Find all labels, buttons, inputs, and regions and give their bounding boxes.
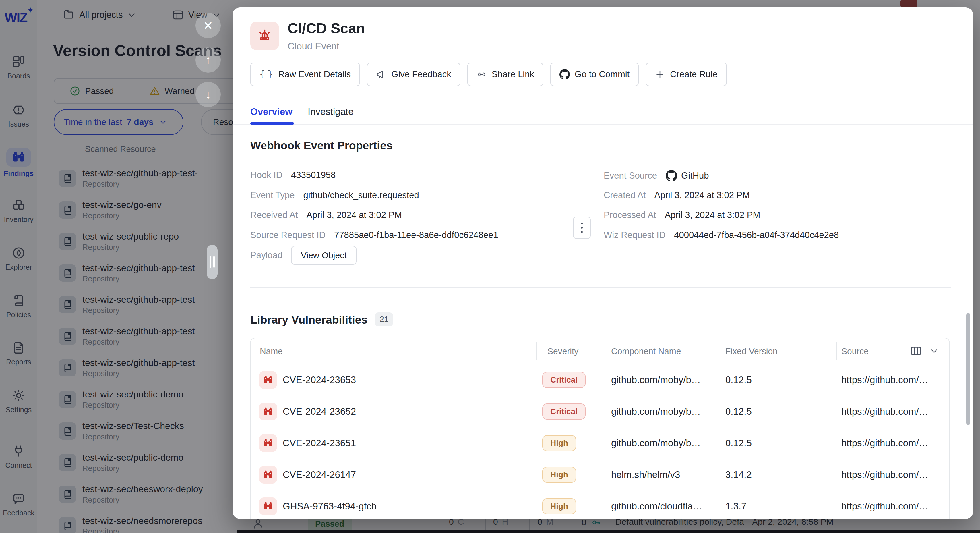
column-resizer[interactable] bbox=[718, 342, 719, 360]
component-name-cell: github.com/moby/b… bbox=[611, 375, 701, 385]
vulnerability-icon bbox=[259, 497, 277, 515]
fixed-version-cell: 0.12.5 bbox=[725, 406, 752, 417]
github-icon bbox=[560, 69, 570, 80]
property-event-type: Event Typegithub/check_suite.requested bbox=[250, 190, 419, 201]
tab-overview[interactable]: Overview bbox=[250, 106, 293, 117]
column-header-fixed-version[interactable]: Fixed Version bbox=[725, 346, 778, 356]
vulnerability-icon bbox=[259, 466, 277, 484]
cicd-scan-icon bbox=[250, 22, 279, 50]
close-button[interactable]: ✕ bbox=[196, 13, 221, 38]
vertical-scrollbar[interactable] bbox=[966, 313, 970, 425]
arrow-down-icon: ↓ bbox=[205, 88, 211, 101]
property-wiz-request-id: Wiz Request ID400044ed-7fba-456b-a04f-37… bbox=[604, 230, 839, 240]
vulnerability-name: CVE-2024-26147 bbox=[283, 469, 356, 480]
close-icon: ✕ bbox=[203, 19, 213, 33]
property-event-source: Event Source GitHub bbox=[604, 170, 709, 182]
vulnerability-name: CVE-2024-23652 bbox=[283, 406, 356, 417]
vulnerability-name: CVE-2024-23651 bbox=[283, 438, 356, 448]
create-rule-button[interactable]: Create Rule bbox=[646, 62, 727, 86]
vulnerability-icon bbox=[259, 403, 277, 420]
next-event-button[interactable]: ↓ bbox=[196, 82, 221, 107]
table-row[interactable]: GHSA-9763-4f94-gfch High github.com/clou… bbox=[251, 490, 949, 519]
vulnerability-icon bbox=[259, 434, 277, 452]
column-resizer[interactable] bbox=[536, 342, 537, 360]
column-header-source[interactable]: Source bbox=[842, 346, 869, 356]
table-row[interactable]: CVE-2024-23652 Critical github.com/moby/… bbox=[251, 396, 949, 427]
modal-title: CI/CD Scan bbox=[288, 20, 365, 37]
severity-badge: High bbox=[542, 435, 576, 451]
cicd-scan-panel: CI/CD Scan Cloud Event { } Raw Event Det… bbox=[232, 8, 973, 519]
vulnerability-name: CVE-2024-23653 bbox=[283, 375, 356, 385]
column-header-severity[interactable]: Severity bbox=[547, 346, 578, 356]
tab-investigate[interactable]: Investigate bbox=[308, 106, 354, 117]
give-feedback-button[interactable]: Give Feedback bbox=[367, 62, 460, 86]
go-to-commit-button[interactable]: Go to Commit bbox=[550, 62, 639, 86]
active-tab-indicator bbox=[250, 122, 294, 124]
component-name-cell: github.com/moby/b… bbox=[611, 438, 701, 448]
component-name-cell: github.com/moby/b… bbox=[611, 406, 701, 417]
previous-event-button[interactable]: ↑ bbox=[196, 47, 221, 73]
vulnerabilities-table-body: CVE-2024-23653 Critical github.com/moby/… bbox=[251, 364, 949, 519]
column-resizer[interactable] bbox=[836, 342, 837, 360]
raw-event-details-button[interactable]: { } Raw Event Details bbox=[250, 62, 360, 86]
count-badge: 21 bbox=[375, 313, 393, 326]
severity-badge: High bbox=[542, 498, 576, 514]
property-received-at: Received AtApril 3, 2024 at 3:02 PM bbox=[250, 210, 402, 220]
column-header-name[interactable]: Name bbox=[260, 346, 283, 356]
panel-resize-handle[interactable] bbox=[207, 245, 218, 279]
columns-icon[interactable] bbox=[910, 345, 922, 357]
severity-badge: High bbox=[542, 467, 576, 483]
view-object-button[interactable]: View Object bbox=[291, 246, 356, 265]
share-link-button[interactable]: Share Link bbox=[467, 62, 543, 86]
modal-subtitle: Cloud Event bbox=[288, 41, 339, 52]
braces-icon: { } bbox=[259, 70, 273, 79]
vulnerabilities-table-header: Name Severity Component Name Fixed Versi… bbox=[251, 338, 949, 364]
source-link[interactable]: https://github.com/… bbox=[842, 501, 928, 512]
fixed-version-cell: 0.12.5 bbox=[725, 375, 752, 385]
webhook-section-title: Webhook Event Properties bbox=[250, 139, 393, 152]
vulnerability-name: GHSA-9763-4f94-gfch bbox=[283, 501, 377, 512]
column-resizer[interactable] bbox=[605, 342, 605, 360]
fixed-version-cell: 0.12.5 bbox=[725, 438, 752, 448]
github-icon bbox=[666, 170, 677, 182]
vulnerabilities-table: Name Severity Component Name Fixed Versi… bbox=[250, 338, 950, 519]
fixed-version-cell: 3.14.2 bbox=[725, 469, 752, 480]
table-row[interactable]: CVE-2024-26147 High helm.sh/helm/v3 3.14… bbox=[251, 459, 949, 490]
severity-badge: Critical bbox=[542, 404, 585, 420]
table-row[interactable]: CVE-2024-23651 High github.com/moby/b… 0… bbox=[251, 427, 949, 459]
component-name-cell: helm.sh/helm/v3 bbox=[611, 469, 680, 480]
source-link[interactable]: https://github.com/… bbox=[842, 469, 928, 480]
divider bbox=[250, 287, 951, 288]
severity-badge: Critical bbox=[542, 372, 585, 388]
divider bbox=[232, 124, 973, 124]
property-processed-at: Processed AtApril 3, 2024 at 3:02 PM bbox=[604, 210, 760, 220]
fixed-version-cell: 1.3.7 bbox=[725, 501, 746, 512]
more-options-button[interactable] bbox=[573, 217, 591, 239]
vulnerabilities-section-title: Library Vulnerabilities21 bbox=[250, 313, 393, 326]
source-link[interactable]: https://github.com/… bbox=[842, 438, 928, 448]
modal-actions: { } Raw Event Details Give Feedback Shar… bbox=[250, 62, 727, 86]
megaphone-icon bbox=[376, 69, 387, 80]
property-hook-id: Hook ID433501958 bbox=[250, 170, 336, 180]
link-icon bbox=[477, 69, 487, 80]
vulnerability-icon bbox=[259, 371, 277, 389]
source-link[interactable]: https://github.com/… bbox=[842, 375, 928, 385]
property-source-request-id: Source Request ID77885ae0-f1ba-11ee-8a6e… bbox=[250, 230, 498, 240]
source-link[interactable]: https://github.com/… bbox=[842, 406, 928, 417]
table-row[interactable]: CVE-2024-23653 Critical github.com/moby/… bbox=[251, 364, 949, 396]
component-name-cell: github.com/cloudfla… bbox=[611, 501, 702, 512]
chevron-down-icon[interactable] bbox=[929, 346, 939, 356]
property-created-at: Created AtApril 3, 2024 at 3:02 PM bbox=[604, 190, 750, 201]
column-header-component[interactable]: Component Name bbox=[611, 346, 681, 356]
property-payload: Payload View Object bbox=[250, 246, 356, 265]
plus-icon bbox=[655, 69, 665, 80]
screen: WIZ✦ Boards Issues Findings Inventory Ex… bbox=[0, 0, 980, 533]
arrow-up-icon: ↑ bbox=[205, 53, 211, 67]
